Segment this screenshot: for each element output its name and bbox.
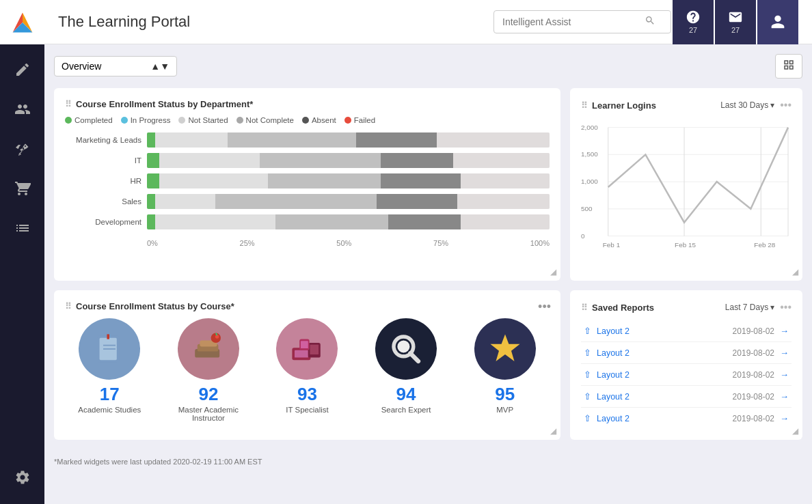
course-number: 92 [198,385,218,403]
learner-logins-menu[interactable]: ••• [780,99,791,111]
bar-outer [147,173,550,188]
nav-item-rocket[interactable] [0,129,44,169]
report-row[interactable]: ⇧ Layout 2 2019-08-02 → [581,408,791,429]
svg-text:Feb 1: Feb 1 [603,241,621,249]
bar-outer [147,153,550,168]
report-name: Layout 2 [597,326,733,336]
bar-outer [147,194,550,209]
legend-dot-notstarted [178,117,185,124]
help-button[interactable]: 27 [673,0,714,44]
resize-handle-reports: ◢ [792,426,798,436]
legend-dot-completed [65,117,72,124]
learner-logins-header: ⠿ Learner Logins Last 30 Days ▾ ••• [581,99,791,111]
saved-reports-title: ⠿ Saved Reports [581,303,654,313]
help-badge: 27 [689,26,697,34]
content-header: Overview ▲▼ [54,54,802,79]
legend-notstarted: Not Started [178,116,228,124]
segment-failed [461,173,550,188]
course-name: IT Specialist [286,406,328,414]
nav-items [0,50,44,504]
report-arrow[interactable]: → [780,326,789,336]
bar-label: Sales [65,197,147,206]
svg-line-39 [410,353,418,361]
segment-failed [457,194,550,209]
segment-absent [381,153,453,168]
bar-row: IT [65,153,550,168]
segment-absent [388,214,461,229]
bar-label: Marketing & Leads [65,136,147,144]
segment-failed [453,153,550,168]
bar-chart-xaxis: 0%25%50%75%100% [147,239,550,247]
report-date: 2019-08-02 [733,392,774,402]
svg-marker-40 [490,334,519,361]
segment-notcomplete [260,153,381,168]
overview-dropdown[interactable]: Overview [62,61,150,72]
reports-list: ⇧ Layout 2 2019-08-02 → ⇧ Layout 2 2019-… [581,320,791,429]
report-arrow[interactable]: → [780,348,789,358]
chevron-down-icon: ▾ [770,100,774,110]
legend-notcomplete: Not Complete [236,116,294,124]
segment-notstarted [155,194,215,209]
legend-dot-inprogress [121,117,128,124]
saved-reports-header: ⠿ Saved Reports Last 7 Days ▾ ••• [581,301,791,313]
nav-item-cart[interactable] [0,169,44,208]
period-selector[interactable]: Last 30 Days ▾ [720,100,774,110]
segment-notstarted [159,153,260,168]
saved-reports-controls: Last 7 Days ▾ ••• [725,301,791,313]
course-card[interactable]: 94 Search Expert [368,318,444,422]
segment-absent [356,132,437,148]
bar-label: Development [65,218,147,226]
logo[interactable] [0,0,44,44]
segment-completed [147,132,155,148]
report-arrow[interactable]: → [780,391,789,402]
report-row[interactable]: ⇧ Layout 2 2019-08-02 → [581,320,791,342]
user-button[interactable] [757,0,798,44]
chevron-icon: ▲▼ [150,61,170,72]
course-number: 17 [100,385,120,403]
segment-failed [461,214,550,229]
report-row[interactable]: ⇧ Layout 2 2019-08-02 → [581,386,791,408]
report-arrow[interactable]: → [780,369,789,380]
svg-text:Feb 15: Feb 15 [675,241,696,249]
svg-rect-36 [301,341,308,348]
widget-drag-icon: ⠿ [65,99,72,109]
nav-item-chart[interactable] [0,208,44,248]
saved-reports-period[interactable]: Last 7 Days ▾ [725,303,774,312]
course-card[interactable]: 93 IT Specialist [269,318,344,422]
report-row[interactable]: ⇧ Layout 2 2019-08-02 → [581,364,791,386]
enrollment-course-menu[interactable]: ••• [538,300,551,314]
search-input[interactable] [502,16,639,27]
resize-handle-logins: ◢ [792,267,798,277]
nav-item-edit[interactable] [0,50,44,89]
layout-button[interactable] [775,54,802,79]
segment-notstarted [155,132,228,148]
course-card[interactable]: 17 Academic Studies [72,318,147,422]
course-card[interactable]: 95 MVP [468,318,543,422]
learner-logins-title: ⠿ Learner Logins [581,100,656,111]
report-arrow[interactable]: → [780,413,789,423]
course-cards-grid: 17 Academic Studies 92 Master Academic I… [65,318,550,422]
saved-reports-menu[interactable]: ••• [780,301,791,313]
nav-item-settings[interactable] [0,458,44,497]
bar-label: IT [65,156,147,165]
legend-completed: Completed [65,116,113,124]
bar-row: HR [65,173,550,188]
chevron-down-icon-reports: ▾ [770,303,774,312]
content: Overview ▲▼ ⠿ Course Enrollment Status b… [44,44,812,504]
dashboard-grid: ⠿ Course Enrollment Status by Department… [54,88,802,449]
report-name: Layout 2 [597,392,733,402]
overview-select[interactable]: Overview ▲▼ [54,56,177,76]
nav-item-users[interactable] [0,89,44,129]
search-bar[interactable] [493,10,671,33]
topbar: The Learning Portal 27 27 [44,0,812,44]
course-icon-wrap [474,318,536,380]
svg-text:2,000: 2,000 [581,124,598,131]
report-row[interactable]: ⇧ Layout 2 2019-08-02 → [581,342,791,364]
share-icon: ⇧ [584,391,591,402]
course-card[interactable]: 92 Master Academic Instructor [171,318,246,422]
course-icon-wrap [375,318,437,380]
resize-handle-course: ◢ [550,426,556,436]
legend-dot-failed [344,117,351,124]
mail-button[interactable]: 27 [715,0,756,44]
share-icon: ⇧ [584,369,591,380]
